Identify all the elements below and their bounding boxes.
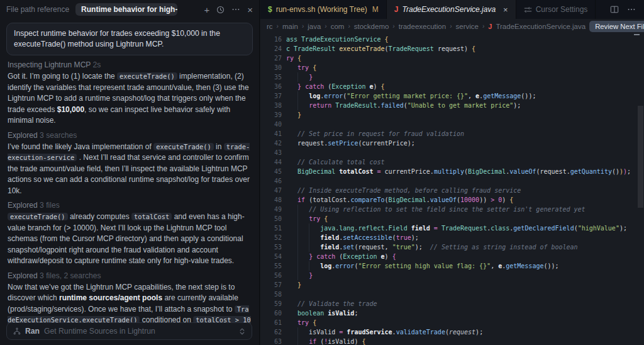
line-number[interactable]: 42 [260,139,282,148]
line-number[interactable]: 63 [260,337,282,345]
line-number[interactable]: 62 [260,327,282,337]
line-number[interactable]: 54 [260,252,282,261]
split-editor-icon[interactable] [610,5,619,14]
code-line[interactable]: 27ry { [260,54,644,63]
tab-cursor-settings[interactable]: Cursor Settings [516,0,596,19]
breadcrumb-item[interactable]: com [331,23,345,30]
line-number[interactable]: 59 [260,299,282,308]
code-line[interactable]: 43 [260,148,644,157]
code-line[interactable]: 51 java.lang.reflect.Field field = Trade… [260,223,644,233]
line-number[interactable]: 56 [260,271,282,280]
chevron-updown-icon[interactable] [239,327,245,336]
chat-tab-runtime-behavior[interactable]: Runtime behavior for high-value [75,3,177,16]
code-line-text [286,148,644,157]
code-line[interactable]: 57 } [260,280,644,290]
breadcrumb-item[interactable]: rc [267,23,273,30]
code-line[interactable]: 47 // Inside executeTrade method, before… [260,186,644,195]
code-line[interactable]: 54 } catch (Exception e) { [260,252,644,261]
line-number[interactable]: 52 [260,233,282,242]
code-line[interactable]: 42 request.setPrice(currentPrice); [260,139,644,148]
line-number[interactable]: 24 [260,44,282,54]
code-line[interactable]: 37 log.error("Error getting market price… [260,91,644,101]
code-line[interactable]: 56 } [260,271,644,280]
code-line[interactable]: 50 try { [260,214,644,223]
code-line[interactable]: 52 field.setAccessible(true); [260,233,644,242]
close-panel-icon[interactable]: × [247,5,253,14]
line-number[interactable]: 45 [260,167,282,176]
tab-trade-execution-service[interactable]: J TradeExecutionService.java × [387,0,516,19]
history-icon[interactable] [216,6,225,14]
code-line[interactable]: 58 [260,290,644,299]
line-number[interactable]: 37 [260,91,282,101]
line-number[interactable]: 16 [260,35,282,44]
line-number[interactable]: 48 [260,195,282,205]
chat-status-line[interactable]: Explored 3 files, 2 searches [8,271,252,280]
code-line[interactable]: 35 } [260,72,644,82]
close-tab-icon[interactable]: × [503,5,508,14]
chat-tab-file-path-reference[interactable]: File path reference [6,5,69,14]
code-token: multiply [434,168,464,175]
line-number[interactable]: 35 [260,72,282,82]
code-line[interactable]: 53 field.set(request, "true"); // Settin… [260,242,644,252]
chat-status-line[interactable]: Inspecting Lightrun MCP 2s [8,60,252,69]
line-number[interactable]: 41 [260,129,282,139]
line-number[interactable]: 36 [260,82,282,91]
line-number[interactable]: 50 [260,214,282,223]
code-line[interactable]: 55 log.error("Error setting high value f… [260,261,644,271]
code-line[interactable]: 38 return TradeResult.failed("Unable to … [260,101,644,110]
code-line[interactable]: 62 isValid = fraudService.validateTrade(… [260,327,644,337]
new-chat-icon[interactable]: + [204,5,209,14]
breadcrumb-item[interactable]: main [282,23,298,30]
tool-run-select[interactable]: Ran Get Runtime Sources in Lightrun [6,322,252,340]
chat-status-line[interactable]: Explored 3 searches [8,131,252,140]
code-line[interactable]: 24c TradeResult executeTrade(TradeReques… [260,44,644,54]
line-number[interactable]: 47 [260,186,282,195]
scrollbar-thumb[interactable] [638,106,643,208]
code-line[interactable]: 46 [260,176,644,186]
code-line-text: try { [286,63,644,72]
line-number[interactable]: 49 [260,205,282,214]
line-number[interactable]: 40 [260,120,282,129]
code-area[interactable]: 16ass TradeExecutionService {24c TradeRe… [260,33,644,345]
code-line[interactable]: 41 // Set price in request for fraud val… [260,129,644,139]
line-number[interactable]: 46 [260,176,282,186]
line-number[interactable]: 43 [260,148,282,157]
tab-run-envs-sh[interactable]: $ run-envs.sh (Working Tree) M [260,0,387,19]
line-number[interactable]: 39 [260,110,282,120]
more-actions-icon[interactable] [231,5,240,14]
code-line[interactable]: 63 if (!isValid) { [260,337,644,345]
line-number[interactable]: 60 [260,308,282,318]
line-number[interactable]: 27 [260,54,282,63]
code-line[interactable]: 30 try { [260,63,644,72]
code-token [286,234,320,241]
breadcrumb-item[interactable]: tradeexecution [399,23,446,30]
breadcrumb-item[interactable]: stockdemo [354,23,389,30]
line-number[interactable]: 61 [260,318,282,327]
breadcrumb-item[interactable]: service [456,23,479,30]
code-line[interactable]: 60 boolean isValid; [260,308,644,318]
line-number[interactable]: 30 [260,63,282,72]
line-number[interactable]: 55 [260,261,282,271]
code-line[interactable]: 48 if (totalCost.compareTo(BigDecimal.va… [260,195,644,205]
line-number[interactable]: 38 [260,101,282,110]
code-line[interactable]: 61 try { [260,318,644,327]
more-actions-icon[interactable] [627,5,636,14]
chat-status-line[interactable]: Explored 3 files [8,201,252,210]
line-number[interactable]: 51 [260,223,282,233]
line-number[interactable]: 58 [260,290,282,299]
code-line[interactable]: 16ass TradeExecutionService { [260,35,644,44]
code-line[interactable]: 44 // Calculate total cost [260,157,644,167]
code-line[interactable]: 40 [260,120,644,129]
line-number[interactable]: 44 [260,157,282,167]
breadcrumb-item[interactable]: java [308,23,321,30]
code-token: ) [502,196,509,203]
code-line[interactable]: 49 // Using reflection to set the field … [260,205,644,214]
code-line[interactable]: 39 } [260,110,644,120]
code-line[interactable]: 59 // Validate the trade [260,299,644,308]
line-number[interactable]: 57 [260,280,282,290]
code-line[interactable]: 36 } catch (Exception e) { [260,82,644,91]
breadcrumb-file[interactable]: TradeExecutionService.java [496,23,586,30]
review-next-file-button[interactable]: Review Next File [589,21,644,32]
code-line[interactable]: 45 BigDecimal totalCost = currentPrice.m… [260,167,644,176]
line-number[interactable]: 53 [260,242,282,252]
